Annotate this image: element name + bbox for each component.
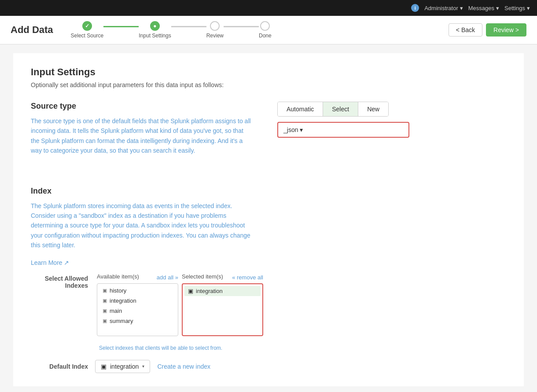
list-item[interactable]: ▣ integration: [99, 296, 176, 306]
db-icon-summary: ▣: [103, 318, 107, 324]
automatic-button[interactable]: Automatic: [278, 102, 323, 116]
default-index-value: integration: [110, 363, 139, 370]
new-button[interactable]: New: [358, 102, 388, 116]
input-settings-subtitle: Optionally set additional input paramete…: [31, 81, 506, 88]
settings-menu[interactable]: Settings ▾: [504, 5, 530, 11]
db-icon-main: ▣: [103, 308, 107, 314]
available-item-integration: integration: [110, 297, 136, 304]
available-item-main: main: [110, 308, 122, 314]
step-circle-3: [210, 21, 220, 31]
wizard-steps: ✓ Select Source ● Input Settings Review …: [71, 21, 431, 39]
default-index-chevron: ▾: [142, 364, 144, 369]
source-type-description: The source type is one of the default fi…: [31, 116, 251, 156]
remove-all-link[interactable]: « remove all: [232, 274, 263, 281]
review-button[interactable]: Review >: [486, 23, 526, 37]
source-type-right: Automatic Select New _json ▾: [277, 102, 409, 169]
admin-label: Administrator: [424, 5, 458, 11]
list-item[interactable]: ▣ history: [99, 286, 176, 296]
step-circle-4: [260, 21, 270, 31]
index-section: Index The Splunk platform stores incomin…: [31, 187, 506, 373]
step-line-1-2: [103, 26, 139, 27]
source-type-button-group: Automatic Select New: [277, 102, 389, 117]
step-label-2: Input Settings: [139, 33, 171, 39]
selected-header-row: Selected item(s) « remove all: [182, 273, 263, 282]
selected-item-integration[interactable]: ▣ integration: [184, 286, 261, 296]
index-description: The Splunk platform stores incoming data…: [31, 201, 251, 250]
wizard-step-review: Review: [206, 21, 224, 39]
top-navigation: i Administrator ▾ Messages ▾ Settings ▾: [0, 0, 537, 16]
step-line-2-3: [171, 26, 206, 27]
db-icon-integration: ▣: [103, 298, 107, 304]
available-list-container: Available item(s) add all » ▣ history ▣ …: [97, 273, 178, 336]
header-bar: Add Data ✓ Select Source ● Input Setting…: [0, 16, 537, 44]
selected-list-container: Selected item(s) « remove all ▣ integrat…: [182, 273, 263, 336]
available-item-history: history: [110, 287, 126, 294]
page-title: Add Data: [11, 24, 53, 36]
db-icon-selected-integration: ▣: [188, 288, 193, 294]
db-icon-default: ▣: [101, 363, 107, 370]
messages-chevron: ▾: [496, 5, 499, 11]
source-type-dropdown[interactable]: _json ▾: [277, 122, 409, 138]
input-settings-title: Input Settings: [31, 66, 506, 78]
source-type-section: Source type The source type is one of th…: [31, 102, 506, 169]
list-item[interactable]: ▣ main: [99, 306, 176, 316]
header-nav-buttons: < Back Review >: [449, 23, 526, 37]
admin-menu[interactable]: Administrator ▾: [424, 5, 463, 11]
messages-label: Messages: [468, 5, 494, 11]
info-circle-icon: i: [411, 4, 419, 12]
info-icon-nav: i: [411, 4, 419, 12]
available-list-box: ▣ history ▣ integration ▣ main ▣: [97, 283, 178, 336]
index-title: Index: [31, 187, 506, 196]
learn-more-link[interactable]: Learn More ↗: [31, 259, 69, 266]
add-all-link[interactable]: add all »: [157, 274, 178, 281]
wizard-step-input-settings: ● Input Settings: [139, 21, 171, 39]
selected-header: Selected item(s): [182, 273, 223, 280]
step-circle-2: ●: [150, 21, 160, 31]
index-controls: Select AllowedIndexes Available item(s) …: [31, 273, 506, 336]
admin-chevron: ▾: [460, 5, 463, 11]
selected-list-box: ▣ integration: [182, 283, 263, 336]
settings-chevron: ▾: [527, 5, 530, 11]
default-index-dropdown[interactable]: ▣ integration ▾: [95, 360, 150, 373]
step-line-3-4: [224, 26, 259, 27]
main-content: Input Settings Optionally set additional…: [13, 53, 524, 386]
select-button[interactable]: Select: [323, 102, 358, 116]
default-index-row: Default Index ▣ integration ▾ Create a n…: [31, 360, 506, 373]
step-label-3: Review: [206, 33, 224, 39]
back-button[interactable]: < Back: [449, 23, 482, 37]
step-circle-1: ✓: [82, 21, 92, 31]
wizard-step-done: Done: [259, 21, 272, 39]
available-header: Available item(s): [97, 273, 139, 280]
source-type-value: _json ▾: [283, 126, 303, 133]
list-item[interactable]: ▣ summary: [99, 316, 176, 326]
messages-menu[interactable]: Messages ▾: [468, 5, 499, 11]
select-allowed-indexes-label: Select AllowedIndexes: [31, 273, 88, 289]
step-label-4: Done: [259, 33, 272, 39]
available-header-row: Available item(s) add all »: [97, 273, 178, 282]
available-item-summary: summary: [110, 318, 133, 324]
default-index-label: Default Index: [31, 363, 88, 370]
step-label-1: Select Source: [71, 33, 104, 39]
settings-label: Settings: [504, 5, 525, 11]
select-hint: Select indexes that clients will be able…: [99, 345, 506, 351]
create-new-index-link[interactable]: Create a new index: [157, 363, 210, 370]
source-type-left: Source type The source type is one of th…: [31, 102, 251, 169]
db-icon-history: ▣: [103, 288, 107, 293]
wizard-step-select-source: ✓ Select Source: [71, 21, 104, 39]
dual-list: Available item(s) add all » ▣ history ▣ …: [97, 273, 263, 336]
selected-item-label: integration: [196, 288, 223, 294]
source-type-title: Source type: [31, 102, 251, 111]
